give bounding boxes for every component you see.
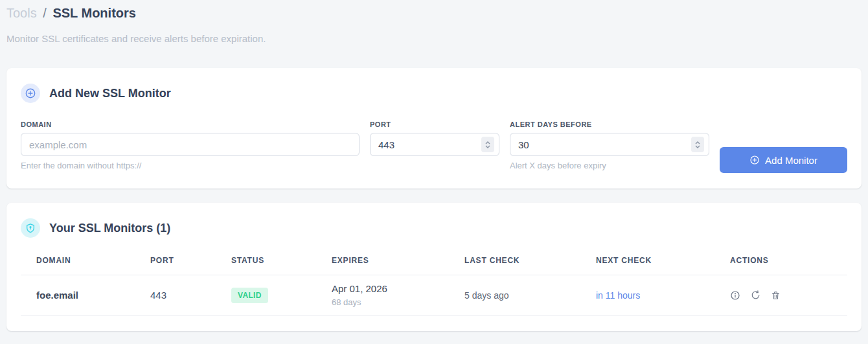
add-monitor-card-title: Add New SSL Monitor (49, 87, 171, 100)
monitor-domain: foe.email (21, 275, 150, 315)
breadcrumb: Tools / SSL Monitors (6, 0, 862, 21)
col-header-status: STATUS (231, 253, 332, 275)
monitor-last-check: 5 days ago (464, 275, 596, 315)
ssl-monitors-page: Tools / SSL Monitors Monitor SSL certifi… (0, 0, 868, 331)
refresh-icon (751, 290, 760, 300)
row-actions (730, 290, 847, 301)
col-header-next-check: NEXT CHECK (596, 253, 730, 275)
breadcrumb-separator: / (43, 6, 47, 20)
refresh-button[interactable] (751, 290, 760, 300)
table-header-row: DOMAIN PORT STATUS EXPIRES LAST CHECK NE… (21, 253, 847, 275)
domain-field-group: DOMAIN Enter the domain without https:// (21, 120, 360, 170)
col-header-domain: DOMAIN (21, 253, 150, 275)
alert-days-label: ALERT DAYS BEFORE (510, 120, 709, 128)
domain-label: DOMAIN (21, 120, 360, 128)
alert-days-stepper[interactable] (691, 137, 704, 152)
port-label: PORT (370, 120, 499, 128)
plus-circle-icon (749, 155, 760, 165)
alert-days-input[interactable] (510, 133, 709, 156)
monitor-actions-cell (730, 275, 847, 315)
port-field-group: PORT (370, 120, 499, 156)
delete-button[interactable] (771, 290, 781, 301)
col-header-expires: EXPIRES (332, 253, 464, 275)
domain-helper: Enter the domain without https:// (21, 161, 360, 170)
monitors-card: Your SSL Monitors (1) DOMAIN PORT STATUS… (6, 203, 862, 331)
add-monitor-button[interactable]: Add Monitor (720, 147, 847, 173)
info-icon (730, 290, 740, 301)
chevron-up-icon (695, 141, 700, 144)
page-title: SSL Monitors (52, 6, 136, 20)
monitor-status-cell: VALID (231, 275, 332, 315)
expires-date: Apr 01, 2026 (332, 283, 464, 294)
expires-days-remaining: 68 days (332, 297, 464, 307)
monitors-card-header: Your SSL Monitors (1) (21, 218, 847, 238)
chevron-up-icon (485, 141, 490, 144)
alert-days-helper: Alert X days before expiry (510, 161, 709, 170)
page-subtitle: Monitor SSL certificates and receive ale… (6, 33, 862, 44)
add-monitor-button-label: Add Monitor (765, 155, 817, 166)
col-header-actions: ACTIONS (730, 253, 847, 275)
add-monitor-form: DOMAIN Enter the domain without https://… (21, 120, 847, 173)
status-badge: VALID (231, 288, 268, 303)
info-button[interactable] (730, 290, 740, 301)
trash-icon (771, 290, 781, 301)
plus-circle-icon (21, 84, 40, 103)
chevron-down-icon (695, 145, 700, 148)
table-row: foe.email 443 VALID Apr 01, 2026 68 days… (21, 275, 847, 315)
monitor-expires-cell: Apr 01, 2026 68 days (332, 275, 464, 315)
monitor-next-check: in 11 hours (596, 275, 730, 315)
col-header-last-check: LAST CHECK (464, 253, 596, 275)
chevron-down-icon (485, 145, 490, 148)
add-monitor-card-header: Add New SSL Monitor (21, 84, 847, 103)
alert-days-field-group: ALERT DAYS BEFORE Alert X days before ex… (510, 120, 709, 170)
breadcrumb-tools[interactable]: Tools (6, 6, 37, 20)
port-stepper[interactable] (481, 137, 494, 152)
monitor-port: 443 (150, 275, 231, 315)
domain-input[interactable] (21, 133, 360, 156)
add-monitor-card: Add New SSL Monitor DOMAIN Enter the dom… (6, 68, 862, 189)
monitors-table: DOMAIN PORT STATUS EXPIRES LAST CHECK NE… (21, 253, 847, 315)
monitors-card-title: Your SSL Monitors (1) (49, 222, 170, 235)
col-header-port: PORT (150, 253, 231, 275)
shield-icon (21, 218, 40, 238)
port-input[interactable] (370, 133, 499, 156)
